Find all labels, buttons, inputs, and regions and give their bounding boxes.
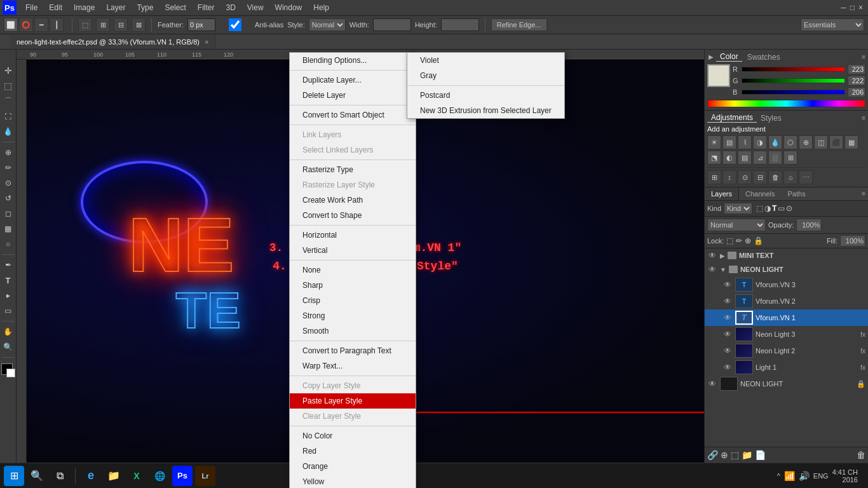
task-view-button[interactable]: ⧉ — [50, 466, 70, 486]
menu-view[interactable]: View — [242, 0, 269, 15]
vforum-vn-2-layer[interactable]: 👁 T Vforum.VN 2 — [705, 293, 868, 309]
menu-filter[interactable]: Filter — [193, 0, 220, 15]
neon-2-vis-icon[interactable]: 👁 — [722, 346, 733, 356]
cm-duplicate-layer[interactable]: Duplicate Layer... — [290, 72, 416, 88]
neon-3-vis-icon[interactable]: 👁 — [722, 329, 733, 339]
new-layer-icon[interactable]: 📄 — [755, 450, 766, 460]
expand-mini-text-icon[interactable]: ▶ — [720, 252, 725, 259]
adj-photo-icon[interactable]: ⬛ — [829, 135, 843, 149]
dodge-tool[interactable]: ○ — [1, 237, 15, 251]
adj-btn2[interactable]: ↕ — [722, 170, 736, 184]
cm-no-color[interactable]: No Color — [290, 428, 416, 444]
foreground-color[interactable] — [1, 363, 15, 377]
menu-layer[interactable]: Layer — [101, 0, 130, 15]
gradient-tool[interactable]: ▦ — [1, 222, 15, 236]
add-mask-icon[interactable]: ⬚ — [731, 450, 739, 460]
coc-coc-icon[interactable]: 🌐 — [149, 466, 170, 486]
lock-position-icon[interactable]: ⊕ — [745, 236, 751, 245]
eyedropper-tool[interactable]: 💧 — [1, 125, 15, 139]
menu-window[interactable]: Window — [270, 0, 308, 15]
cm-rasterize-style[interactable]: Rasterize Layer Style — [290, 177, 416, 193]
ime-label[interactable]: ENG — [813, 472, 829, 480]
cm-paste-style[interactable]: Paste Layer Style — [290, 393, 416, 409]
cm-link-layers[interactable]: Link Layers — [290, 127, 416, 142]
ps-taskbar-icon[interactable]: Ps — [172, 466, 193, 486]
cm-orange[interactable]: Orange — [290, 459, 416, 474]
eraser-tool[interactable]: ◻ — [1, 207, 15, 220]
marquee-col-tool[interactable]: ┃ — [50, 18, 64, 32]
start-button[interactable]: ⊞ — [4, 466, 24, 486]
cm-smooth[interactable]: Smooth — [290, 323, 416, 339]
add-selection-btn[interactable]: ⊞ — [96, 18, 110, 32]
swatches-tab[interactable]: Swatches — [743, 53, 784, 62]
type-tool[interactable]: T — [1, 273, 15, 287]
cm-none[interactable]: None — [290, 262, 416, 278]
color-tab[interactable]: Color — [716, 52, 742, 62]
neon-light-3-layer[interactable]: 👁 Neon Light 3 fx — [705, 326, 868, 342]
opacity-input[interactable] — [796, 219, 822, 231]
width-input[interactable] — [373, 18, 411, 31]
search-button[interactable]: 🔍 — [27, 466, 47, 486]
adj-selective-icon[interactable]: ⊞ — [783, 151, 797, 165]
explorer-icon[interactable]: 📁 — [104, 466, 124, 486]
menu-help[interactable]: Help — [308, 0, 334, 15]
close-button[interactable]: × — [858, 3, 863, 12]
zoom-tool[interactable]: 🔍 — [1, 340, 15, 354]
lasso-tool[interactable]: ⌒ — [1, 94, 15, 108]
cm-convert-paragraph[interactable]: Convert to Paragraph Text — [290, 343, 416, 358]
menu-file[interactable]: File — [20, 0, 43, 15]
filter-type-icon[interactable]: T — [772, 204, 776, 213]
vforum-vn-1-layer[interactable]: 👁 T Vforum.VN 1 — [705, 309, 868, 326]
refine-edge-button[interactable]: Refine Edge... — [491, 18, 547, 31]
adj-btn7[interactable]: ⋯ — [799, 170, 813, 184]
adj-btn3[interactable]: ⊙ — [738, 170, 752, 184]
marquee-row-tool[interactable]: ━ — [34, 18, 48, 32]
vforum-1-vis-icon[interactable]: 👁 — [722, 313, 733, 323]
cm-convert-shape[interactable]: Convert to Shape — [290, 208, 416, 223]
lock-all-icon[interactable]: 🔒 — [754, 236, 763, 245]
b-value[interactable]: 206 — [848, 87, 865, 97]
clone-stamp-tool[interactable]: ⊙ — [1, 176, 15, 190]
sm-new-3d-extrusion[interactable]: New 3D Extrusion from Selected Layer — [407, 103, 564, 118]
filter-pixel-icon[interactable]: ⬚ — [756, 204, 763, 213]
cm-yellow[interactable]: Yellow — [290, 474, 416, 488]
cm-convert-smart-object[interactable]: Convert to Smart Object — [290, 107, 416, 123]
system-tray-expand[interactable]: ^ — [777, 472, 780, 480]
move-tool[interactable]: ✛ — [1, 64, 15, 78]
crop-tool[interactable]: ⛶ — [1, 109, 15, 123]
cm-crisp[interactable]: Crisp — [290, 293, 416, 308]
adj-posterize-icon[interactable]: ▤ — [738, 151, 752, 165]
marquee-ellipse-tool[interactable]: ⭕ — [19, 18, 33, 32]
neon-light-vis-icon[interactable]: 👁 — [707, 264, 717, 274]
menu-edit[interactable]: Edit — [44, 0, 67, 15]
adj-btn6[interactable]: ⌂ — [783, 170, 797, 184]
new-selection-btn[interactable]: ⬚ — [78, 18, 92, 32]
cm-blending-options[interactable]: Blending Options... — [290, 53, 416, 68]
feather-input[interactable] — [187, 18, 215, 31]
vforum-2-vis-icon[interactable]: 👁 — [722, 296, 733, 306]
styles-tab[interactable]: Styles — [757, 114, 785, 123]
filter-adj-icon[interactable]: ◑ — [764, 204, 771, 213]
cm-delete-layer[interactable]: Delete Layer — [290, 88, 416, 103]
menu-image[interactable]: Image — [69, 0, 100, 15]
adj-vibrance-icon[interactable]: 💧 — [768, 135, 782, 149]
adj-hsl-icon[interactable]: ⬡ — [783, 135, 797, 149]
cm-rasterize-type[interactable]: Rasterize Type — [290, 162, 416, 177]
lock-transparent-icon[interactable]: ⬚ — [726, 236, 733, 245]
subtract-selection-btn[interactable]: ⊟ — [114, 18, 128, 32]
brush-tool[interactable]: ✏ — [1, 161, 15, 175]
adj-bw-icon[interactable]: ◫ — [814, 135, 828, 149]
excel-icon[interactable]: X — [126, 466, 147, 486]
adj-lookup-icon[interactable]: ⬔ — [707, 151, 721, 165]
filter-shape-icon[interactable]: ▭ — [778, 204, 785, 213]
neon-light-2-layer[interactable]: 👁 Neon Light 2 fx — [705, 342, 868, 359]
cm-create-work-path[interactable]: Create Work Path — [290, 193, 416, 208]
network-icon[interactable]: 📶 — [784, 471, 795, 481]
adj-exposure-icon[interactable]: ◑ — [753, 135, 767, 149]
path-selection-tool[interactable]: ▸ — [1, 288, 15, 302]
g-value[interactable]: 222 — [848, 76, 865, 86]
layers-tab[interactable]: Layers — [705, 187, 739, 200]
adj-brightness-icon[interactable]: ☀ — [707, 135, 721, 149]
sm-gray[interactable]: Gray — [407, 68, 564, 83]
channels-tab[interactable]: Channels — [739, 187, 781, 200]
